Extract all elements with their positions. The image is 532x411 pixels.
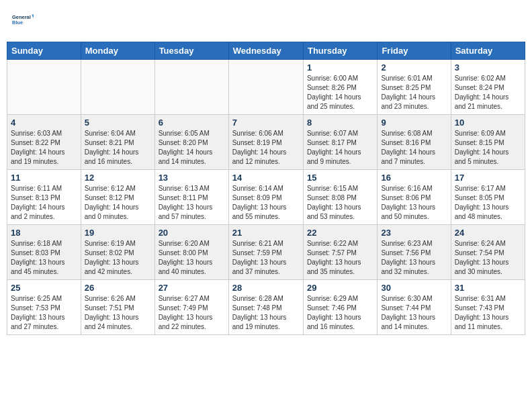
day-number: 5 (85, 118, 151, 128)
calendar-week-row: 11Sunrise: 6:11 AM Sunset: 8:13 PM Dayli… (7, 170, 525, 225)
day-number: 11 (11, 173, 77, 183)
calendar-cell: 1Sunrise: 6:00 AM Sunset: 8:26 PM Daylig… (303, 60, 377, 115)
logo: General Blue (12, 9, 36, 34)
weekday-header-friday: Friday (378, 42, 451, 60)
day-info: Sunrise: 6:03 AM Sunset: 8:22 PM Dayligh… (11, 129, 77, 167)
calendar-cell: 26Sunrise: 6:26 AM Sunset: 7:51 PM Dayli… (81, 280, 154, 335)
calendar-cell-empty (154, 60, 228, 115)
calendar-cell: 20Sunrise: 6:20 AM Sunset: 8:00 PM Dayli… (154, 225, 228, 280)
day-info: Sunrise: 6:02 AM Sunset: 8:24 PM Dayligh… (455, 74, 521, 111)
calendar-week-row: 1Sunrise: 6:00 AM Sunset: 8:26 PM Daylig… (7, 60, 525, 115)
weekday-header-thursday: Thursday (303, 42, 377, 60)
day-number: 18 (11, 228, 77, 238)
calendar-cell: 5Sunrise: 6:04 AM Sunset: 8:21 PM Daylig… (81, 115, 154, 170)
logo-svg-container: General Blue (12, 9, 34, 34)
calendar-cell: 11Sunrise: 6:11 AM Sunset: 8:13 PM Dayli… (7, 170, 81, 225)
calendar-week-row: 4Sunrise: 6:03 AM Sunset: 8:22 PM Daylig… (7, 115, 525, 170)
day-number: 27 (159, 283, 225, 293)
day-number: 1 (307, 62, 373, 73)
day-number: 4 (11, 118, 77, 128)
day-number: 31 (455, 283, 521, 293)
day-info: Sunrise: 6:18 AM Sunset: 8:03 PM Dayligh… (11, 239, 77, 277)
day-info: Sunrise: 6:05 AM Sunset: 8:20 PM Dayligh… (159, 129, 225, 167)
calendar-cell-empty (7, 60, 81, 115)
calendar-cell: 28Sunrise: 6:28 AM Sunset: 7:48 PM Dayli… (228, 280, 303, 335)
calendar-cell: 3Sunrise: 6:02 AM Sunset: 8:24 PM Daylig… (451, 60, 525, 115)
day-number: 13 (159, 173, 225, 183)
calendar-cell: 29Sunrise: 6:29 AM Sunset: 7:46 PM Dayli… (303, 280, 377, 335)
day-info: Sunrise: 6:29 AM Sunset: 7:46 PM Dayligh… (307, 294, 373, 332)
day-info: Sunrise: 6:21 AM Sunset: 7:59 PM Dayligh… (232, 239, 300, 277)
day-number: 7 (232, 118, 300, 128)
svg-marker-2 (32, 14, 34, 17)
day-number: 17 (455, 173, 521, 183)
day-number: 24 (455, 228, 521, 238)
day-info: Sunrise: 6:24 AM Sunset: 7:54 PM Dayligh… (455, 239, 521, 277)
day-number: 29 (307, 283, 373, 293)
day-number: 26 (85, 283, 151, 293)
day-number: 28 (232, 283, 300, 293)
weekday-header-saturday: Saturday (451, 42, 525, 60)
calendar-cell: 10Sunrise: 6:09 AM Sunset: 8:15 PM Dayli… (451, 115, 525, 170)
weekday-header-wednesday: Wednesday (228, 42, 303, 60)
calendar-cell: 9Sunrise: 6:08 AM Sunset: 8:16 PM Daylig… (378, 115, 451, 170)
day-info: Sunrise: 6:28 AM Sunset: 7:48 PM Dayligh… (232, 294, 300, 332)
day-info: Sunrise: 6:26 AM Sunset: 7:51 PM Dayligh… (85, 294, 151, 332)
calendar-cell: 22Sunrise: 6:22 AM Sunset: 7:57 PM Dayli… (303, 225, 377, 280)
calendar-cell-empty (81, 60, 154, 115)
weekday-header-tuesday: Tuesday (154, 42, 228, 60)
calendar-cell: 23Sunrise: 6:23 AM Sunset: 7:56 PM Dayli… (378, 225, 451, 280)
calendar-cell: 15Sunrise: 6:15 AM Sunset: 8:08 PM Dayli… (303, 170, 377, 225)
day-number: 19 (85, 228, 151, 238)
page-header: General Blue (7, 7, 525, 36)
day-info: Sunrise: 6:15 AM Sunset: 8:08 PM Dayligh… (307, 184, 373, 222)
day-info: Sunrise: 6:13 AM Sunset: 8:11 PM Dayligh… (159, 184, 225, 222)
day-info: Sunrise: 6:20 AM Sunset: 8:00 PM Dayligh… (159, 239, 225, 277)
day-info: Sunrise: 6:23 AM Sunset: 7:56 PM Dayligh… (381, 239, 447, 277)
day-number: 30 (381, 283, 447, 293)
day-number: 16 (381, 173, 447, 183)
day-info: Sunrise: 6:17 AM Sunset: 8:05 PM Dayligh… (455, 184, 521, 222)
svg-text:Blue: Blue (12, 19, 23, 26)
calendar-cell: 14Sunrise: 6:14 AM Sunset: 8:09 PM Dayli… (228, 170, 303, 225)
day-info: Sunrise: 6:09 AM Sunset: 8:15 PM Dayligh… (455, 129, 521, 167)
calendar-header-row: SundayMondayTuesdayWednesdayThursdayFrid… (7, 42, 525, 60)
day-number: 8 (307, 118, 373, 128)
day-info: Sunrise: 6:31 AM Sunset: 7:43 PM Dayligh… (455, 294, 521, 332)
calendar-cell: 6Sunrise: 6:05 AM Sunset: 8:20 PM Daylig… (154, 115, 228, 170)
calendar-cell: 13Sunrise: 6:13 AM Sunset: 8:11 PM Dayli… (154, 170, 228, 225)
day-info: Sunrise: 6:08 AM Sunset: 8:16 PM Dayligh… (381, 129, 447, 167)
day-info: Sunrise: 6:00 AM Sunset: 8:26 PM Dayligh… (307, 74, 373, 111)
day-info: Sunrise: 6:19 AM Sunset: 8:02 PM Dayligh… (85, 239, 151, 277)
calendar-cell: 21Sunrise: 6:21 AM Sunset: 7:59 PM Dayli… (228, 225, 303, 280)
calendar-cell: 25Sunrise: 6:25 AM Sunset: 7:53 PM Dayli… (7, 280, 81, 335)
day-number: 21 (232, 228, 300, 238)
day-info: Sunrise: 6:22 AM Sunset: 7:57 PM Dayligh… (307, 239, 373, 277)
calendar-cell: 8Sunrise: 6:07 AM Sunset: 8:17 PM Daylig… (303, 115, 377, 170)
day-info: Sunrise: 6:25 AM Sunset: 7:53 PM Dayligh… (11, 294, 77, 332)
day-number: 10 (455, 118, 521, 128)
calendar-week-row: 18Sunrise: 6:18 AM Sunset: 8:03 PM Dayli… (7, 225, 525, 280)
day-info: Sunrise: 6:07 AM Sunset: 8:17 PM Dayligh… (307, 129, 373, 167)
day-info: Sunrise: 6:12 AM Sunset: 8:12 PM Dayligh… (85, 184, 151, 222)
calendar-cell: 2Sunrise: 6:01 AM Sunset: 8:25 PM Daylig… (378, 60, 451, 115)
day-info: Sunrise: 6:14 AM Sunset: 8:09 PM Dayligh… (232, 184, 300, 222)
day-number: 2 (381, 62, 447, 73)
calendar-cell: 30Sunrise: 6:30 AM Sunset: 7:44 PM Dayli… (378, 280, 451, 335)
day-number: 12 (85, 173, 151, 183)
weekday-header-monday: Monday (81, 42, 154, 60)
calendar-cell: 7Sunrise: 6:06 AM Sunset: 8:19 PM Daylig… (228, 115, 303, 170)
day-number: 3 (455, 62, 521, 73)
calendar-cell: 24Sunrise: 6:24 AM Sunset: 7:54 PM Dayli… (451, 225, 525, 280)
day-info: Sunrise: 6:04 AM Sunset: 8:21 PM Dayligh… (85, 129, 151, 167)
day-info: Sunrise: 6:27 AM Sunset: 7:49 PM Dayligh… (159, 294, 225, 332)
day-number: 6 (159, 118, 225, 128)
day-number: 23 (381, 228, 447, 238)
calendar-cell-empty (228, 60, 303, 115)
calendar-cell: 4Sunrise: 6:03 AM Sunset: 8:22 PM Daylig… (7, 115, 81, 170)
calendar-table: SundayMondayTuesdayWednesdayThursdayFrid… (7, 42, 525, 335)
weekday-header-sunday: Sunday (7, 42, 81, 60)
day-number: 9 (381, 118, 447, 128)
day-number: 20 (159, 228, 225, 238)
calendar-cell: 16Sunrise: 6:16 AM Sunset: 8:06 PM Dayli… (378, 170, 451, 225)
